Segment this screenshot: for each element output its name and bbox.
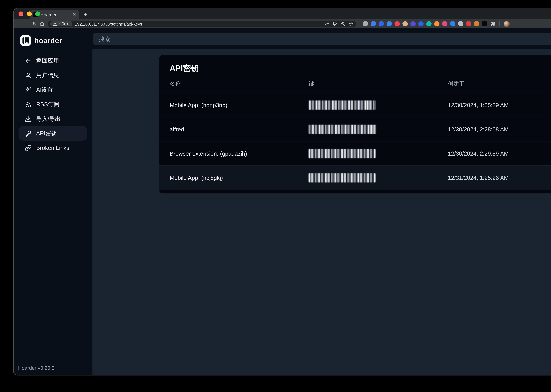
sidebar-item-import-export[interactable]: 导入/导出 (19, 112, 87, 126)
sidebar-item-ai-settings[interactable]: AI设置 (19, 82, 87, 97)
extension-icon-face[interactable] (403, 21, 408, 27)
app-version: Hoarder v0.20.0 (18, 365, 88, 371)
sidebar-item-label: AI设置 (36, 86, 53, 94)
browser-profile-avatar[interactable] (504, 21, 510, 27)
sidebar-item-api-keys[interactable]: API密钥 (19, 126, 87, 140)
warning-icon (53, 22, 57, 26)
reload-icon[interactable]: ↻ (33, 21, 37, 26)
extension-icon-cursor[interactable] (363, 21, 368, 27)
password-key-icon[interactable] (325, 21, 330, 26)
extension-icon-blue-bird[interactable] (387, 21, 392, 27)
arrow-left-icon (25, 57, 32, 64)
settings-sidebar: hoarder 返回应用 用户信息 AI设置 (14, 28, 92, 376)
redacted-key-value (309, 100, 376, 110)
redacted-key-value (309, 125, 377, 134)
api-key-created: 12/30/2024, 2:29:59 AM (448, 150, 551, 157)
browser-menu-icon[interactable]: ⋮ (513, 21, 517, 26)
api-key-name: Mobile App: (honp3np) (170, 102, 309, 108)
security-badge[interactable]: 不安全 (50, 21, 72, 27)
extension-icon-teal-m[interactable] (426, 21, 432, 27)
minimize-window-button[interactable] (27, 11, 32, 16)
extension-icons (363, 21, 487, 27)
download-icon (25, 115, 32, 122)
column-header-name: 名称 (170, 80, 309, 88)
zoom-window-button[interactable] (35, 11, 40, 16)
card-header: API密钥 新API密钥 (159, 55, 551, 75)
desktop: h Hoarder ✕ + ⌄ ← → ↻ 不安全 192.168.31.7:3… (0, 0, 551, 392)
hoarder-app: hoarder 返回应用 用户信息 AI设置 (14, 28, 551, 376)
key-icon (25, 130, 32, 137)
api-key-created: 12/30/2024, 2:28:08 AM (448, 126, 551, 133)
sidebar-item-broken-links[interactable]: Broken Links (19, 140, 87, 155)
url-bar[interactable]: 不安全 192.168.31.7:3333/settings/api-keys (48, 21, 356, 27)
extension-icon-translate-pink[interactable] (442, 21, 447, 27)
hoarder-logo-text: hoarder (34, 36, 62, 45)
bookmark-star-icon[interactable] (349, 21, 354, 26)
extension-icon-blue-c[interactable] (379, 21, 384, 27)
extension-icon-hoarder[interactable] (482, 21, 487, 27)
main-area: d API密钥 新API密钥 名称 键 创建于 操作 (92, 28, 551, 376)
redacted-key-value (309, 149, 375, 158)
sidebar-item-rss[interactable]: RSS订阅 (19, 97, 87, 112)
table-row: Browser extension: (gpauazih) 12/30/2024… (159, 141, 551, 166)
extension-icon-red-list[interactable] (466, 21, 471, 27)
extension-icon-blue-o[interactable] (450, 21, 455, 27)
sidebar-item-label: 用户信息 (36, 71, 59, 79)
tab-close-icon[interactable]: ✕ (72, 12, 76, 17)
table-header: 名称 键 创建于 操作 (159, 75, 551, 93)
extension-icon-purple-eyes[interactable] (410, 21, 416, 27)
extension-icon-gray-x[interactable] (458, 21, 463, 27)
hoarder-logo-icon (20, 35, 31, 46)
hoarder-logo[interactable]: hoarder (14, 28, 92, 46)
search-input[interactable] (93, 32, 551, 45)
back-icon[interactable]: ← (17, 21, 21, 26)
sidebar-item-user-info[interactable]: 用户信息 (19, 68, 87, 82)
settings-content: API密钥 新API密钥 名称 键 创建于 操作 Mobile App: (ho… (92, 49, 551, 376)
column-header-key: 键 (309, 80, 448, 88)
app-topbar: d (92, 28, 551, 49)
api-key-name: Browser extension: (gpauazih) (170, 150, 309, 157)
zoom-search-icon[interactable] (341, 21, 346, 26)
table-row: Mobile App: (honp3np) 12/30/2024, 1:55:2… (159, 93, 551, 117)
close-window-button[interactable] (19, 11, 23, 16)
security-label: 不安全 (58, 21, 70, 27)
sidebar-item-label: 返回应用 (36, 57, 59, 64)
sidebar-item-label: API密钥 (36, 129, 57, 137)
api-key-created: 12/31/2024, 1:25:26 AM (448, 175, 551, 181)
table-row: Mobile App: (ncj8gkj) 12/31/2024, 1:25:2… (159, 166, 551, 190)
redacted-key-value (309, 173, 375, 182)
extension-icon-orange-cat[interactable] (474, 21, 479, 27)
new-tab-button[interactable]: + (84, 10, 87, 19)
link-icon (25, 144, 32, 151)
browser-tabstrip: h Hoarder ✕ + ⌄ (14, 8, 551, 19)
browser-window: h Hoarder ✕ + ⌄ ← → ↻ 不安全 192.168.31.7:3… (13, 8, 551, 376)
api-keys-card: API密钥 新API密钥 名称 键 创建于 操作 Mobile App: (ho… (159, 55, 551, 194)
user-icon (25, 72, 32, 79)
sidebar-item-label: RSS订阅 (36, 100, 59, 108)
browser-toolbar: ← → ↻ 不安全 192.168.31.7:3333/settings/api… (14, 19, 551, 28)
home-icon[interactable] (40, 21, 45, 26)
rss-icon (25, 101, 32, 108)
window-controls (19, 11, 40, 16)
forward-icon[interactable]: → (25, 21, 29, 26)
api-key-name: Mobile App: (ncj8gkj) (170, 175, 309, 181)
extension-icon-blue-drop[interactable] (371, 21, 376, 27)
api-key-name: alfred (170, 126, 309, 133)
column-header-created: 创建于 (448, 80, 551, 88)
sidebar-footer: Hoarder v0.20.0 (14, 361, 92, 376)
extensions-puzzle-icon[interactable] (490, 21, 495, 27)
extension-icon-flame[interactable] (434, 21, 440, 27)
api-key-created: 12/30/2024, 1:55:29 AM (448, 102, 551, 108)
sidebar-nav: 返回应用 用户信息 AI设置 RSS订阅 (14, 53, 92, 155)
sidebar-footer-divider (18, 361, 88, 361)
tab-title: Hoarder (41, 12, 70, 17)
extension-icon-lock-blue[interactable] (418, 21, 424, 27)
extension-icon-pocket[interactable] (395, 21, 400, 27)
url-text[interactable]: 192.168.31.7:3333/settings/api-keys (75, 21, 322, 26)
translate-icon[interactable] (333, 21, 338, 26)
toolbar-divider (500, 21, 500, 27)
page-title: API密钥 (170, 63, 199, 73)
omnibox-icons (325, 21, 354, 26)
sidebar-item-back-to-app[interactable]: 返回应用 (19, 53, 87, 68)
table-row: alfred 12/30/2024, 2:28:08 AM (159, 117, 551, 141)
